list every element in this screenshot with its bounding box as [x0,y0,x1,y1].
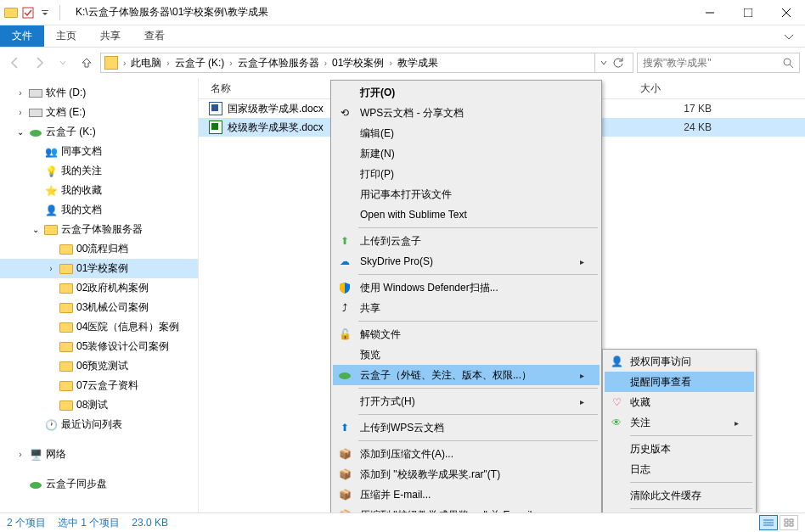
ctx-add-rar[interactable]: 📦添加到 "校级教学成果奖.rar"(T) [333,464,600,484]
svg-rect-1 [42,10,48,11]
status-bar: 2 个项目 选中 1 个项目 23.0 KB [0,512,805,532]
tree-sync[interactable]: 云盒子同步盘 [0,474,198,494]
search-input[interactable]: 搜索"教学成果" [637,53,800,73]
star-icon: ⭐ [44,184,58,198]
status-count: 2 个项目 [7,516,46,530]
ctx-sublime[interactable]: Open with Sublime Text [333,204,600,225]
share-icon: ⤴ [338,301,352,315]
close-button[interactable] [767,0,805,25]
network-icon: 🖥️ [29,448,42,462]
tree-docs[interactable]: ›文档 (E:) [0,103,198,122]
tree-f07[interactable]: 07云盒子资料 [0,376,198,395]
breadcrumb[interactable]: › 此电脑› 云盒子 (K:)› 云盒子体验服务器› 01学校案例› 教学成果 [100,53,633,73]
sub-history[interactable]: 历史版本 [605,439,754,459]
ctx-defender[interactable]: 使用 Windows Defender扫描... [333,277,600,298]
ctx-compress[interactable]: 📦添加到压缩文件(A)... [333,444,600,464]
tab-home[interactable]: 主页 [44,25,88,47]
tab-file[interactable]: 文件 [0,25,44,47]
tree-server[interactable]: ⌄云盒子体验服务器 [0,220,198,239]
ctx-new[interactable]: 新建(N) [333,143,600,164]
ribbon-tabs: 文件 主页 共享 查看 [0,25,805,48]
tab-view[interactable]: 查看 [132,25,177,47]
context-submenu: 👤授权同事访问 提醒同事查看 ♡收藏 👁关注▸ 历史版本 日志 清除此文件缓存 … [602,349,757,532]
sub-remind[interactable]: 提醒同事查看 [605,372,754,392]
tree-cloudbox[interactable]: ⌄云盒子 (K:) [0,122,198,142]
svg-rect-0 [23,8,33,18]
nav-tree: ›软件 (D:) ›文档 (E:) ⌄云盒子 (K:) 👥同事文档 💡我的关注 … [0,78,199,512]
ctx-wps-share[interactable]: ⟲WPS云文档 - 分享文档 [333,103,600,123]
ctx-upload-cloud[interactable]: ⬆上传到云盒子 [333,231,600,251]
tree-software[interactable]: ›软件 (D:) [0,83,198,103]
people-icon: 👥 [44,145,58,159]
titlebar: K:\云盒子体验服务器\01学校案例\教学成果 [0,0,805,25]
tree-favorites[interactable]: ⭐我的收藏 [0,181,198,200]
tree-f02[interactable]: 02政府机构案例 [0,278,198,298]
tree-f08[interactable]: 08测试 [0,395,198,415]
address-bar: › 此电脑› 云盒子 (K:)› 云盒子体验服务器› 01学校案例› 教学成果 … [0,48,805,78]
tree-f00[interactable]: 00流程归档 [0,239,198,259]
person-icon: 👤 [44,204,58,217]
view-details-button[interactable] [759,515,778,530]
ctx-cloudbox[interactable]: 云盒子（外链、关注、版本、权限...）▸ [333,365,600,385]
sub-grant[interactable]: 👤授权同事访问 [605,351,754,372]
file-size: 17 KB [635,103,805,115]
tree-mydocs[interactable]: 👤我的文档 [0,200,198,220]
window-title: K:\云盒子体验服务器\01学校案例\教学成果 [76,5,268,20]
app-folder-icon [3,5,19,20]
crumb-case[interactable]: 01学校案例 [329,53,387,72]
maximize-button[interactable] [729,0,767,25]
tree-network[interactable]: ›🖥️网络 [0,445,198,464]
ctx-skydrive[interactable]: ☁SkyDrive Pro(S)▸ [333,251,600,272]
status-size: 23.0 KB [132,517,168,529]
forward-button[interactable] [29,53,49,73]
tree-f03[interactable]: 03机械公司案例 [0,298,198,317]
tree-colleague[interactable]: 👥同事文档 [0,142,198,161]
ctx-print[interactable]: 打印(P) [333,164,600,184]
up-button[interactable] [76,53,97,73]
docx-icon [209,120,222,134]
ctx-edit[interactable]: 编辑(E) [333,123,600,143]
tree-follow[interactable]: 💡我的关注 [0,161,198,181]
refresh-icon[interactable] [612,57,624,69]
sub-favorite[interactable]: ♡收藏 [605,392,754,412]
ctx-share[interactable]: ⤴共享 [333,298,600,318]
ctx-unlock[interactable]: 🔓解锁文件 [333,324,600,344]
file-size: 24 KB [635,121,805,133]
crumb-server[interactable]: 云盒子体验服务器 [234,53,323,72]
context-menu: 打开(O) ⟲WPS云文档 - 分享文档 编辑(E) 新建(N) 打印(P) 用… [330,80,602,517]
back-button[interactable] [5,53,25,73]
crumb-drive[interactable]: 云盒子 (K:) [172,53,228,72]
dropdown-icon[interactable] [600,59,607,66]
tree-f04[interactable]: 04医院（信息科）案例 [0,317,198,337]
crumb-current[interactable]: 教学成果 [394,53,442,72]
sub-log[interactable]: 日志 [605,459,754,479]
ctx-preview[interactable]: 预览 [333,344,600,365]
qat-dropdown-icon[interactable] [37,5,53,20]
tree-f01[interactable]: ›01学校案例 [0,259,198,278]
tree-recent[interactable]: 🕐最近访问列表 [0,415,198,434]
ribbon-expand-icon[interactable] [773,25,805,47]
tree-f06[interactable]: 06预览测试 [0,356,198,376]
qat-item-icon[interactable] [20,5,36,20]
svg-rect-17 [790,524,793,526]
tab-share[interactable]: 共享 [88,25,132,47]
sub-clear-cache[interactable]: 清除此文件缓存 [605,485,754,506]
lock-icon: 🔓 [338,328,352,341]
ctx-open-with[interactable]: 打开方式(H)▸ [333,391,600,412]
bulb-icon: 💡 [44,165,58,178]
ctx-open[interactable]: 打开(O) [333,82,600,103]
ctx-compress-email[interactable]: 📦压缩并 E-mail... [333,484,600,505]
ctx-upload-wps[interactable]: ⬆上传到WPS云文档 [333,417,600,438]
search-icon[interactable] [782,57,794,69]
sub-follow[interactable]: 👁关注▸ [605,412,754,433]
recent-dropdown[interactable] [53,53,73,73]
cloud-icon: ☁ [338,255,352,268]
minimize-button[interactable] [690,0,729,25]
col-size[interactable]: 大小 [628,81,805,96]
ctx-notepad[interactable]: 用记事本打开该文件 [333,184,600,204]
crumb-pc[interactable]: 此电脑 [127,53,165,72]
cloud-icon [29,126,42,139]
tree-f05[interactable]: 05装修设计公司案例 [0,337,198,356]
view-icons-button[interactable] [780,515,798,530]
svg-rect-15 [790,519,793,522]
